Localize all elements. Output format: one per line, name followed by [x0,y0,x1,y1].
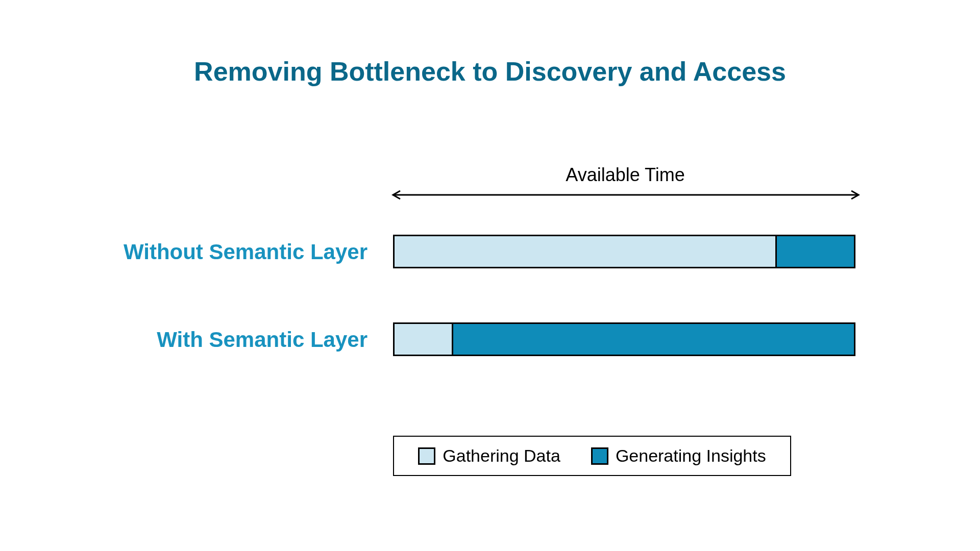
bar-track-with [393,322,855,356]
legend-item-gathering: Gathering Data [418,446,560,466]
legend: Gathering Data Generating Insights [393,436,791,476]
bar-segment-insights [777,235,855,268]
bar-segment-gathering [393,322,453,356]
bar-segment-insights [453,322,855,356]
chart-title: Removing Bottleneck to Discovery and Acc… [0,56,980,87]
swatch-gathering-icon [418,447,435,465]
row-label-with: With Semantic Layer [157,328,368,352]
swatch-insights-icon [591,447,608,465]
bar-track-without [393,235,855,268]
x-axis-label: Available Time [388,164,863,186]
legend-label-insights: Generating Insights [616,446,766,466]
legend-label-gathering: Gathering Data [443,446,560,466]
legend-item-insights: Generating Insights [591,446,766,466]
x-axis-arrow [386,190,866,200]
bar-segment-gathering [393,235,777,268]
row-label-without: Without Semantic Layer [124,240,368,264]
